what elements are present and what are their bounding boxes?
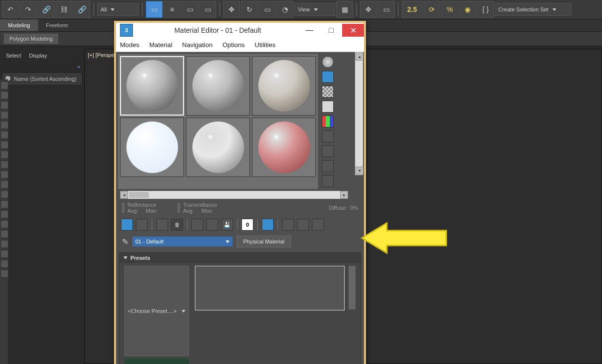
select-menu[interactable]: Select: [6, 53, 21, 59]
spinner-snap-btn[interactable]: ◉: [459, 1, 476, 18]
assign-to-sel-btn[interactable]: [156, 219, 168, 231]
sidebar-btn[interactable]: [0, 181, 8, 188]
show-end-btn[interactable]: [282, 219, 294, 231]
make-copy-btn[interactable]: [191, 219, 203, 231]
show-in-vp-btn[interactable]: [262, 219, 274, 231]
presets-header[interactable]: Presets: [120, 253, 361, 263]
slots-vscrollbar[interactable]: ▴ ▾: [355, 52, 363, 175]
sidebar-btn[interactable]: [0, 91, 8, 99]
select-by-mat-btn[interactable]: [322, 160, 334, 172]
material-slot-2[interactable]: [186, 56, 250, 116]
go-parent-btn[interactable]: [297, 219, 309, 231]
maximize-button[interactable]: □: [320, 24, 342, 37]
slots-hscrollbar[interactable]: ◂ ▸: [120, 191, 348, 199]
preview-btn[interactable]: [322, 130, 334, 142]
backlight-btn[interactable]: [322, 71, 334, 83]
put-to-scene-btn[interactable]: [136, 219, 148, 231]
get-material-btn[interactable]: [121, 219, 133, 231]
menu-material[interactable]: Material: [149, 41, 172, 49]
snap-toggle-btn[interactable]: 2.5: [402, 1, 422, 18]
sidebar-btn[interactable]: [0, 121, 8, 129]
reset-map-btn[interactable]: 🗑: [171, 219, 183, 231]
material-name-combo[interactable]: 01 - Default: [132, 237, 233, 246]
make-unique-btn[interactable]: [206, 219, 218, 231]
scale-btn[interactable]: ▭: [259, 1, 276, 18]
video-color-btn[interactable]: [322, 116, 334, 127]
sidebar-btn[interactable]: [0, 101, 8, 109]
scroll-up-icon[interactable]: ▴: [356, 53, 363, 61]
sample-type-btn[interactable]: [322, 56, 334, 68]
named-sel-btn[interactable]: { }: [477, 1, 494, 18]
sidebar-btn[interactable]: [0, 270, 8, 278]
menu-modes[interactable]: Modes: [120, 41, 139, 49]
material-slot-5[interactable]: [186, 118, 250, 177]
background-btn[interactable]: [322, 86, 334, 98]
sidebar-btn[interactable]: [0, 190, 8, 198]
preset-combo[interactable]: <Choose Preset....>: [124, 266, 189, 356]
material-type-button[interactable]: Physical Material: [237, 236, 291, 247]
sidebar-btn[interactable]: [0, 131, 8, 139]
undo-btn[interactable]: ↶: [2, 1, 19, 18]
angle-snap-btn[interactable]: ⟳: [423, 1, 440, 18]
sidebar-btn[interactable]: [0, 151, 8, 159]
material-editor-titlebar[interactable]: 3 Material Editor - 01 - Default — □ ✕: [116, 23, 364, 38]
manip-btn[interactable]: ✥: [360, 1, 377, 18]
close-button[interactable]: ✕: [342, 24, 364, 37]
select-window-btn[interactable]: ▭: [199, 1, 216, 18]
expand-icon[interactable]: »: [0, 62, 84, 70]
sidebar-btn[interactable]: [0, 81, 8, 89]
rotate-btn[interactable]: ↻: [241, 1, 258, 18]
material-slot-4[interactable]: [120, 118, 184, 177]
ribbon-tab-modeling[interactable]: Modeling: [0, 19, 38, 31]
sample-uv-btn[interactable]: [322, 101, 334, 113]
sidebar-btn[interactable]: [0, 260, 8, 268]
sidebar-btn[interactable]: [0, 210, 8, 218]
sidebar-btn[interactable]: [0, 250, 8, 258]
display-menu[interactable]: Display: [29, 53, 47, 59]
minimize-button[interactable]: —: [299, 24, 320, 37]
ref-coord-combo[interactable]: View: [295, 3, 335, 16]
menu-options[interactable]: Options: [223, 41, 245, 49]
sidebar-btn[interactable]: [0, 220, 8, 228]
unlink-btn[interactable]: ⛓: [56, 1, 72, 18]
select-name-btn[interactable]: ≡: [164, 1, 181, 18]
scene-list-header[interactable]: Name (Sorted Ascending): [2, 72, 82, 85]
options-btn[interactable]: [322, 145, 334, 157]
selection-filter-combo[interactable]: All: [97, 3, 139, 16]
bind-btn[interactable]: 🔗: [73, 1, 90, 18]
eyedropper-icon[interactable]: ✎: [122, 237, 128, 246]
keymode-btn[interactable]: ▭: [378, 1, 395, 18]
material-slot-1[interactable]: [120, 56, 184, 116]
menu-navigation[interactable]: Navigation: [182, 41, 212, 49]
go-forward-btn[interactable]: [312, 219, 324, 231]
ribbon-panel-label[interactable]: Polygon Modeling: [4, 34, 58, 44]
material-slot-3[interactable]: [252, 56, 316, 116]
sidebar-btn[interactable]: [0, 111, 8, 119]
mat-map-nav-btn[interactable]: [322, 175, 334, 187]
link-btn[interactable]: 🔗: [38, 1, 55, 18]
sidebar-btn[interactable]: [0, 161, 8, 169]
scroll-left-icon[interactable]: ◂: [120, 191, 128, 199]
move-btn[interactable]: ✥: [223, 1, 240, 18]
sidebar-btn[interactable]: [0, 141, 8, 149]
scroll-right-icon[interactable]: ▸: [340, 191, 348, 199]
redo-btn[interactable]: ↷: [20, 1, 37, 18]
scrollbar-thumb[interactable]: [129, 192, 149, 198]
menu-utilities[interactable]: Utilities: [255, 41, 276, 49]
put-to-lib-btn[interactable]: 💾: [221, 219, 233, 231]
sidebar-btn[interactable]: [0, 171, 8, 179]
placement-btn[interactable]: ◔: [277, 1, 294, 18]
scroll-down-icon[interactable]: ▾: [356, 167, 363, 175]
select-rect-btn[interactable]: ▭: [181, 1, 198, 18]
sidebar-btn[interactable]: [0, 230, 8, 238]
pivot-btn[interactable]: ▦: [336, 1, 353, 18]
ribbon-tab-freeform[interactable]: Freeform: [38, 19, 76, 31]
preset-preview-scrollbar[interactable]: [349, 266, 356, 309]
sidebar-btn[interactable]: [0, 200, 8, 208]
selection-set-combo[interactable]: Create Selection Set: [495, 3, 571, 16]
percent-snap-btn[interactable]: %: [441, 1, 458, 18]
select-object-btn[interactable]: ▭: [146, 1, 163, 18]
mat-id-btn[interactable]: 0: [241, 219, 253, 231]
sidebar-btn[interactable]: [0, 240, 8, 248]
material-slot-6[interactable]: [252, 118, 316, 177]
